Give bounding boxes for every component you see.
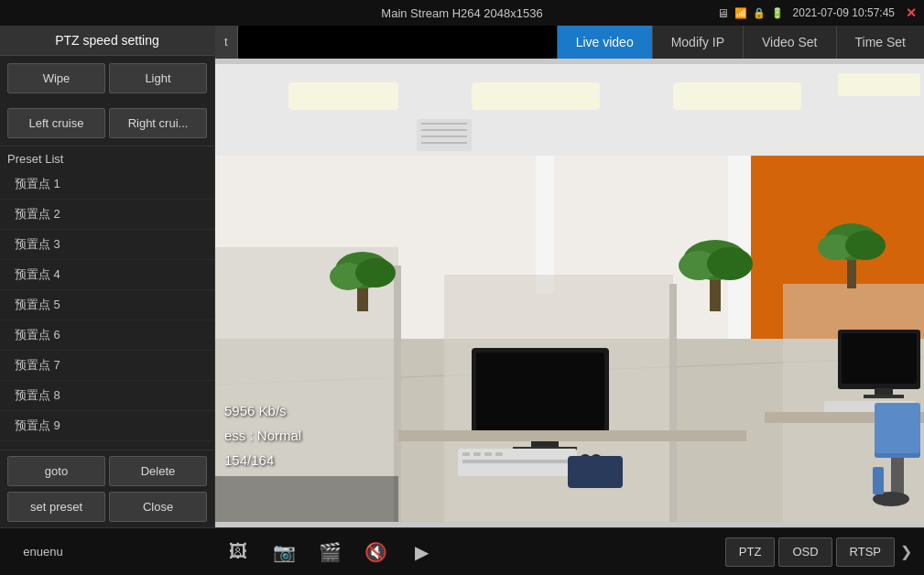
svg-rect-46 (568, 456, 623, 488)
svg-rect-39 (473, 452, 481, 456)
snapshot-button[interactable]: 📷 (261, 532, 307, 572)
delete-button[interactable]: Delete (109, 456, 207, 486)
office-image: 5956 Kb/s ess : Normal 154/164 (215, 59, 924, 527)
close-button[interactable]: ✕ (906, 5, 917, 20)
svg-rect-41 (495, 452, 503, 456)
svg-point-32 (845, 231, 886, 260)
datetime-label: 2021-07-09 10:57:45 (793, 6, 895, 19)
svg-rect-2 (472, 82, 600, 110)
top-bar: Main Stream H264 2048x1536 🖥 📶 🔒 🔋 2021-… (0, 0, 924, 26)
top-bar-right: 🖥 📶 🔒 🔋 2021-07-09 10:57:45 ✕ (717, 5, 917, 20)
left-cruise-button[interactable]: Left cruise (7, 108, 105, 138)
mute-icon: 🔇 (364, 541, 387, 563)
svg-rect-19 (669, 284, 677, 522)
svg-rect-1 (288, 82, 398, 110)
preset-item-5[interactable]: 预置点 5 (0, 290, 214, 320)
preset-item-4[interactable]: 预置点 4 (0, 260, 214, 290)
close-sidebar-button[interactable]: Close (109, 492, 207, 522)
video-set-tab[interactable]: Video Set (743, 26, 835, 59)
lock-icon: 🔒 (753, 7, 766, 19)
ptz-speed-header: PTZ speed setting (0, 26, 214, 56)
play-icon: ▶ (415, 541, 429, 563)
toolbar-icons: 🖼 📷 🎬 🔇 ▶ (215, 532, 566, 572)
sidebar-btn-row-2: Left cruise Right crui... (0, 101, 214, 146)
preset-list-header: Preset List (0, 146, 214, 169)
modify-ip-tab[interactable]: Modify IP (652, 26, 743, 59)
signal-icon: 📶 (734, 7, 747, 19)
toolbar-right: PTZ OSD RTSP ❯ (566, 532, 924, 572)
right-cruise-button[interactable]: Right crui... (109, 108, 207, 138)
bitrate-text: 5956 Kb/s (224, 398, 301, 423)
mute-button[interactable]: 🔇 (353, 532, 398, 572)
sidebar-bottom-row-2: set preset Close (0, 492, 214, 527)
preset-item-7[interactable]: 预置点 7 (0, 351, 214, 381)
svg-rect-55 (891, 458, 904, 494)
preset-item-10[interactable]: 预置点 10 (0, 441, 214, 450)
svg-rect-50 (864, 395, 904, 398)
screen-icon: 🖥 (717, 6, 729, 20)
menu-label: enu (23, 545, 43, 559)
preset-item-2[interactable]: 预置点 2 (0, 200, 214, 230)
svg-rect-40 (484, 452, 492, 456)
light-button[interactable]: Light (109, 63, 207, 93)
rtsp-button[interactable]: RTSP (836, 537, 895, 567)
status-text: ess : Normal (224, 423, 301, 448)
video-record-icon: 🎬 (319, 541, 342, 563)
preset-item-6[interactable]: 预置点 6 (0, 320, 214, 351)
office-scene (215, 59, 924, 527)
partial-tab[interactable]: t (215, 26, 238, 59)
svg-rect-57 (873, 467, 884, 494)
more-button[interactable]: ❯ (895, 532, 917, 572)
bottom-toolbar: enuenu 🖼 📷 🎬 🔇 ▶ PTZ OSD RTSP ❯ (0, 527, 924, 575)
play-button[interactable]: ▶ (398, 532, 444, 572)
count-text: 154/164 (224, 448, 301, 472)
preset-item-9[interactable]: 预置点 9 (0, 411, 214, 441)
nav-tabs: Live videoModify IPVideo SetTime Set (557, 26, 924, 59)
set-preset-button[interactable]: set preset (7, 492, 105, 522)
camera-icon: 📷 (273, 541, 296, 563)
svg-rect-52 (398, 430, 746, 441)
sidebar: PTZ speed setting Wipe Light Left cruise… (0, 26, 215, 527)
svg-rect-3 (673, 82, 801, 110)
svg-rect-42 (462, 460, 572, 463)
gallery-button[interactable]: 🖼 (215, 532, 261, 572)
svg-rect-59 (215, 476, 398, 522)
svg-rect-49 (875, 388, 893, 396)
record-button[interactable]: 🎬 (307, 532, 353, 572)
svg-rect-48 (842, 333, 917, 384)
main-layout: PTZ speed setting Wipe Light Left cruise… (0, 26, 924, 527)
osd-button[interactable]: OSD (778, 537, 832, 567)
stream-title: Main Stream H264 2048x1536 (381, 6, 542, 20)
toolbar-left: enuenu (0, 532, 215, 572)
sidebar-btn-row-1: Wipe Light (0, 56, 214, 101)
preset-item-1[interactable]: 预置点 1 (0, 169, 214, 200)
svg-point-28 (707, 247, 753, 280)
battery-icon: 🔋 (771, 7, 784, 19)
time-set-tab[interactable]: Time Set (836, 26, 925, 59)
svg-rect-38 (462, 452, 470, 456)
ptz-button[interactable]: PTZ (725, 537, 776, 567)
svg-rect-4 (838, 73, 920, 96)
video-overlay: 5956 Kb/s ess : Normal 154/164 (224, 398, 301, 472)
gallery-icon: 🖼 (229, 541, 247, 562)
preset-item-8[interactable]: 预置点 8 (0, 381, 214, 411)
sidebar-bottom-row-1: goto Delete (0, 450, 214, 492)
svg-point-24 (355, 258, 396, 288)
video-area: Live videoModify IPVideo SetTime Set (215, 26, 924, 527)
svg-rect-34 (476, 353, 604, 433)
menu-button[interactable]: enuenu (11, 532, 75, 572)
preset-item-3[interactable]: 预置点 3 (0, 230, 214, 260)
svg-rect-58 (875, 403, 920, 453)
live-video-tab[interactable]: Live video (557, 26, 652, 59)
preset-list: 预置点 1预置点 2预置点 3预置点 4预置点 5预置点 6预置点 7预置点 8… (0, 169, 214, 450)
goto-button[interactable]: goto (7, 456, 105, 486)
wipe-button[interactable]: Wipe (7, 63, 105, 93)
svg-rect-13 (536, 156, 554, 293)
